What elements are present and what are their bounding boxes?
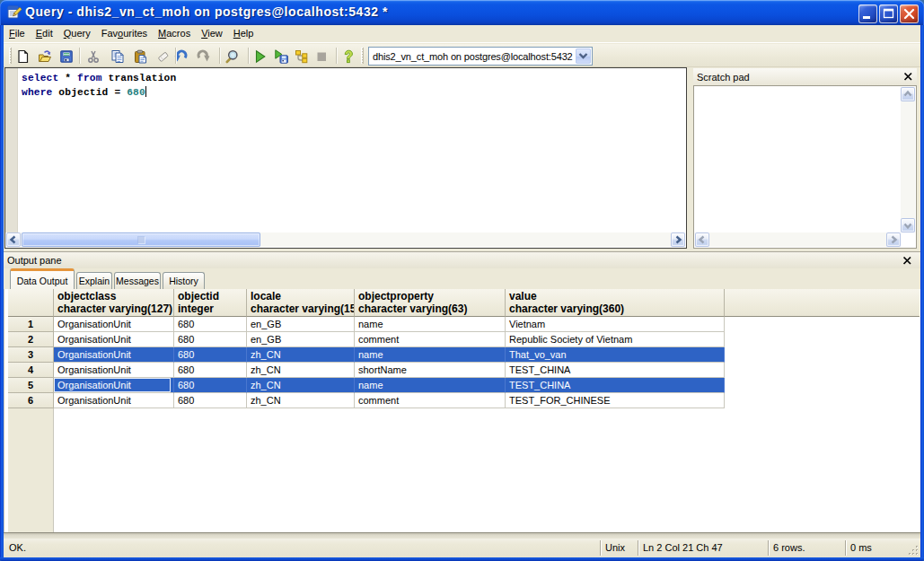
toolbar-grip-2[interactable] (361, 48, 364, 64)
row-label-2[interactable]: 2 (8, 332, 54, 347)
status-separator (600, 540, 602, 556)
cell-4-objectclass[interactable]: OrganisationUnit (54, 363, 174, 378)
cell-5-objectclass[interactable]: OrganisationUnit (54, 378, 174, 393)
cell-3-objectproperty[interactable]: name (355, 347, 506, 363)
cell-1-locale[interactable]: en_GB (247, 317, 355, 332)
menu-macros[interactable]: Macros (153, 25, 196, 42)
copy-button[interactable] (107, 47, 128, 66)
minimize-button[interactable] (858, 4, 877, 23)
cell-3-value[interactable]: That_vo_van (506, 347, 725, 363)
execute-button[interactable] (250, 47, 271, 66)
maximize-button[interactable] (879, 4, 898, 23)
sql-editor[interactable]: select * from translationwhere objectid … (4, 67, 687, 249)
window-title: Query - dhis2_vn_ct_moh on postgres@loca… (25, 0, 388, 24)
execute-pgscript-button[interactable] (270, 47, 292, 66)
close-icon (900, 4, 919, 23)
scroll-left-button[interactable] (6, 232, 21, 247)
scroll-up-button[interactable] (901, 87, 915, 101)
cell-2-objectid[interactable]: 680 (174, 332, 247, 347)
column-header-locale[interactable]: localecharacter varying(15) (247, 289, 355, 317)
cell-3-locale[interactable]: zh_CN (247, 347, 355, 363)
tab-explain[interactable]: Explain (76, 272, 112, 289)
scroll-right-button[interactable] (671, 232, 685, 247)
redo-button[interactable] (192, 47, 214, 66)
sql-editor-hscroll-thumb[interactable] (22, 232, 260, 247)
column-header-objectclass[interactable]: objectclasscharacter varying(127) (54, 289, 174, 317)
cell-4-objectproperty[interactable]: shortName (355, 363, 506, 378)
column-header-objectproperty[interactable]: objectpropertycharacter varying(63) (355, 289, 506, 317)
new-query-button[interactable] (13, 47, 34, 66)
find-button[interactable] (221, 47, 242, 66)
menu-help[interactable]: Help (228, 25, 260, 42)
row-label-1[interactable]: 1 (8, 317, 54, 332)
window-border-bottom (0, 557, 924, 561)
close-button[interactable] (900, 4, 919, 23)
title-bar[interactable]: Query - dhis2_vn_ct_moh on postgres@loca… (0, 0, 924, 25)
help-button[interactable] (338, 47, 359, 66)
cell-5-value[interactable]: TEST_CHINA (506, 378, 725, 393)
scroll-left-button[interactable] (695, 232, 709, 247)
cell-1-objectid[interactable]: 680 (174, 317, 247, 332)
column-header-objectid[interactable]: objectidinteger (174, 289, 247, 317)
cell-6-objectproperty[interactable]: comment (355, 393, 506, 408)
row-label-3[interactable]: 3 (8, 347, 54, 363)
scratch-pad-caption: Scratch pad (693, 68, 917, 85)
row-label-4[interactable]: 4 (8, 363, 54, 378)
menu-favourites[interactable]: Favourites (96, 25, 153, 42)
cell-5-objectid[interactable]: 680 (174, 378, 247, 393)
save-button[interactable] (56, 47, 77, 66)
undo-button[interactable] (171, 47, 192, 66)
menu-edit[interactable]: Edit (31, 25, 58, 42)
sql-editor-hscrollbar[interactable] (6, 232, 685, 247)
row-label-6[interactable]: 6 (8, 393, 54, 408)
cell-4-locale[interactable]: zh_CN (247, 363, 355, 378)
scratch-pad-vscrollbar[interactable] (901, 87, 915, 232)
open-file-button[interactable] (34, 47, 56, 66)
explain-button[interactable] (290, 47, 312, 66)
cell-1-objectclass[interactable]: OrganisationUnit (54, 317, 174, 332)
cell-6-objectclass[interactable]: OrganisationUnit (54, 393, 174, 408)
cell-3-objectid[interactable]: 680 (174, 347, 247, 363)
scratch-pad-close-icon[interactable] (903, 72, 913, 82)
cell-6-locale[interactable]: zh_CN (247, 393, 355, 408)
status-separator (768, 540, 770, 556)
grid-corner-header[interactable] (8, 289, 54, 317)
tab-messages[interactable]: Messages (114, 272, 161, 289)
sql-editor-text[interactable]: select * from translationwhere objectid … (22, 71, 686, 232)
scroll-down-button[interactable] (901, 218, 915, 232)
row-label-5[interactable]: 5 (8, 378, 54, 393)
cell-6-objectid[interactable]: 680 (174, 393, 247, 408)
cancel-button[interactable] (311, 47, 332, 66)
cell-2-objectclass[interactable]: OrganisationUnit (54, 332, 174, 347)
menu-query[interactable]: Query (58, 25, 96, 42)
toolbar-separator (219, 48, 221, 64)
cell-3-objectclass[interactable]: OrganisationUnit (54, 347, 174, 363)
cell-2-objectproperty[interactable]: comment (355, 332, 506, 347)
scroll-right-button[interactable] (886, 232, 901, 247)
cell-5-locale[interactable]: zh_CN (247, 378, 355, 393)
cell-2-value[interactable]: Republic Society of Vietnam (506, 332, 725, 347)
column-header-value[interactable]: valuecharacter varying(360) (506, 289, 725, 317)
cell-4-objectid[interactable]: 680 (174, 363, 247, 378)
scratch-pad-hscrollbar[interactable] (695, 232, 901, 247)
open-file-icon (38, 49, 52, 64)
menu-bar: FileEditQueryFavouritesMacrosViewHelp (4, 25, 920, 43)
scratch-pad-textarea[interactable] (693, 85, 917, 249)
tab-data-output[interactable]: Data Output (10, 268, 75, 289)
menu-view[interactable]: View (196, 25, 228, 42)
cell-1-value[interactable]: Vietnam (506, 317, 725, 332)
cell-6-value[interactable]: TEST_FOR_CHINESE (506, 393, 725, 408)
output-pane-close-icon[interactable] (902, 256, 912, 266)
connection-combo[interactable]: dhis2_vn_ct_moh on postgres@localhost:54… (368, 47, 593, 66)
cell-5-objectproperty[interactable]: name (355, 378, 506, 393)
redo-icon (196, 49, 210, 64)
toolbar-grip[interactable] (9, 48, 12, 64)
cell-2-locale[interactable]: en_GB (247, 332, 355, 347)
paste-button[interactable] (130, 47, 152, 66)
cell-4-value[interactable]: TEST_CHINA (506, 363, 725, 378)
combo-dropdown-button[interactable] (576, 48, 591, 64)
cut-button[interactable] (83, 47, 104, 66)
tab-history[interactable]: History (163, 272, 205, 289)
menu-file[interactable]: File (4, 25, 31, 42)
cell-1-objectproperty[interactable]: name (355, 317, 506, 332)
